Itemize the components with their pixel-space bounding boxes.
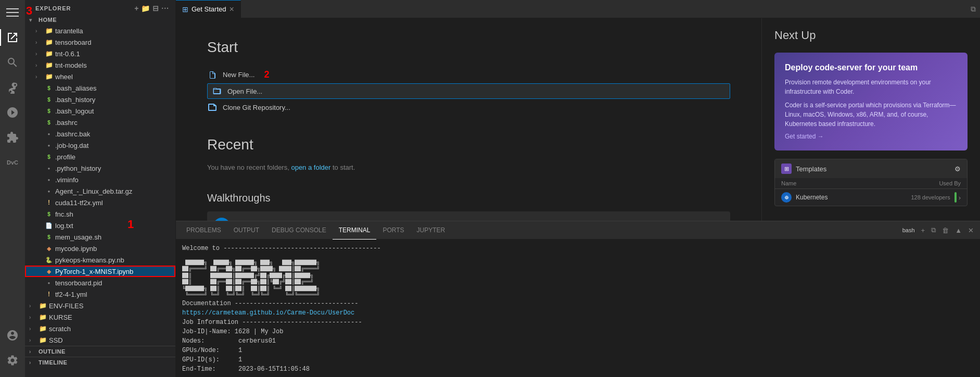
file-bashrc-bak[interactable]: › ● .bashrc.bak <box>25 128 175 140</box>
coder-card-title: Deploy code-server for your team <box>785 63 957 72</box>
file-viminfo[interactable]: › ● .viminfo <box>25 174 175 185</box>
tab-close-button[interactable]: × <box>229 5 234 14</box>
open-file-item[interactable]: Open File... <box>207 83 730 99</box>
file-bash-history[interactable]: › $ .bash_history <box>25 94 175 105</box>
folder-icon: 📁 <box>45 27 53 35</box>
hamburger-menu-icon[interactable] <box>0 0 25 25</box>
svg-rect-1 <box>6 12 19 13</box>
collapse-all-action[interactable]: ⊟ <box>152 4 159 12</box>
search-icon[interactable] <box>0 50 25 75</box>
settings-icon[interactable] <box>0 348 25 373</box>
kill-terminal-icon[interactable]: 🗑 <box>940 225 951 235</box>
tab-jupyter[interactable]: JUPYTER <box>411 221 452 240</box>
file-profile[interactable]: › $ .profile <box>25 151 175 162</box>
svg-rect-2 <box>6 16 19 17</box>
file-agent-tar[interactable]: › ● Agent_-_Linux_deb.tar.gz <box>25 185 175 197</box>
coder-card-link[interactable]: Get started → <box>785 133 957 140</box>
activity-bar-top: DvC <box>0 0 25 323</box>
start-section: Start New File... 2 Open <box>207 39 730 116</box>
file-log-txt[interactable]: › 📄 log.txt <box>25 220 175 231</box>
extensions-icon[interactable] <box>0 125 25 150</box>
terminal-doc-url: https://carmeteam.github.io/Carme-Docu/U… <box>182 308 974 318</box>
sidebar-file-tree: ▾ HOME › 📁 tarantella › 📁 tensorboard › … <box>25 15 175 377</box>
tab-get-started[interactable]: ⊞ Get Started × <box>176 0 241 18</box>
new-folder-action[interactable]: 📁 <box>141 4 150 12</box>
timeline-section[interactable]: › TIMELINE <box>25 357 175 368</box>
tab-output[interactable]: OUTPUT <box>227 221 265 240</box>
template-row-kubernetes[interactable]: ☸ Kubernetes 128 developers › <box>775 189 967 206</box>
terminal-welcome: Welcome to -----------------------------… <box>182 244 974 253</box>
folder-scratch[interactable]: › 📁 scratch <box>25 323 175 334</box>
file-tensorboard[interactable]: › 📁 tensorboard <box>25 36 175 48</box>
walkthroughs-section: Walkthroughs Get Started with VS Code <box>207 192 730 221</box>
file-tf2-yml[interactable]: › ! tf2-4-1.yml <box>25 288 175 300</box>
coder-card-desc1: Provision remote development environment… <box>785 78 957 96</box>
file-ipynb-icon: ◆ <box>45 244 53 253</box>
home-section-header[interactable]: ▾ HOME <box>25 15 175 25</box>
tab-problems[interactable]: PROBLEMS <box>180 221 227 240</box>
file-fnc-sh[interactable]: › $ fnc.sh <box>25 208 175 220</box>
folder-kurse[interactable]: › 📁 KURSE <box>25 311 175 323</box>
tab-terminal[interactable]: TERMINAL <box>333 221 377 240</box>
recent-text: You have no recent folders, open a folde… <box>207 164 730 171</box>
file-cuda-yml[interactable]: › ! cuda11-tf2x.yml <box>25 197 175 208</box>
templates-col-name: Name <box>781 180 939 186</box>
terminal-gpu-ids: GPU-ID(s): 1 <box>182 355 974 365</box>
file-bash-logout[interactable]: › $ .bash_logout <box>25 105 175 117</box>
svg-rect-0 <box>6 8 19 9</box>
file-wheel[interactable]: › 📁 wheel <box>25 71 175 82</box>
file-bash-aliases[interactable]: › $ .bash_aliases <box>25 82 175 94</box>
walkthroughs-title: Walkthroughs <box>207 192 730 204</box>
file-dollar-icon: $ <box>45 95 53 104</box>
file-dot-icon: ● <box>45 187 53 195</box>
timeline-label: TIMELINE <box>39 359 67 366</box>
new-file-action[interactable]: + <box>134 4 139 12</box>
tab-ports[interactable]: PORTS <box>376 221 410 240</box>
file-tnt-models[interactable]: › 📁 tnt-models <box>25 59 175 71</box>
file-dot-icon: ● <box>45 164 53 172</box>
more-actions[interactable]: ··· <box>161 4 169 12</box>
file-python-history[interactable]: › ● .python_history <box>25 162 175 174</box>
run-debug-icon[interactable] <box>0 100 25 125</box>
split-terminal-icon[interactable]: ⧉ <box>929 225 938 235</box>
folder-icon: 📁 <box>45 61 53 69</box>
file-tnt-0.6.1[interactable]: › 📁 tnt-0.6.1 <box>25 48 175 59</box>
kubernetes-icon: ☸ <box>781 192 792 203</box>
sidebar-header: EXPLORER + 📁 ⊟ ··· <box>25 0 175 15</box>
split-editor-icon[interactable]: ⧉ <box>971 5 976 14</box>
terminal-carme-art: ██████╗ █████╗ ██████╗ ███╗ ███╗███████╗… <box>182 253 974 299</box>
file-generic-icon: 📄 <box>45 221 53 230</box>
outline-section[interactable]: › OUTLINE <box>25 346 175 357</box>
new-terminal-icon[interactable]: + <box>919 225 927 235</box>
source-control-icon[interactable] <box>0 75 25 100</box>
maximize-terminal-icon[interactable]: ▲ <box>953 225 964 235</box>
new-file-item[interactable]: New File... 2 <box>207 66 730 83</box>
walkthrough-card[interactable]: Get Started with VS Code <box>207 211 730 221</box>
clone-repo-item[interactable]: Clone Git Repository... <box>207 99 730 116</box>
file-bashrc[interactable]: › $ .bashrc <box>25 117 175 128</box>
file-pytorch-mnist[interactable]: › ◆ PyTorch-1_x-MNIST.ipynb <box>25 266 175 277</box>
tab-debug-console[interactable]: DEBUG CONSOLE <box>265 221 333 240</box>
file-mem-usage[interactable]: › $ mem_usage.sh <box>25 231 175 243</box>
home-section-label: HOME <box>39 17 57 23</box>
dvc-icon[interactable]: DvC <box>0 150 25 175</box>
accounts-icon[interactable] <box>0 323 25 348</box>
open-folder-link[interactable]: open a folder <box>291 164 330 171</box>
terminal-content[interactable]: Welcome to -----------------------------… <box>176 240 980 377</box>
file-job-log-dat[interactable]: › ● .job-log.dat <box>25 140 175 151</box>
templates-table-header: Name Used By <box>775 178 967 189</box>
explorer-icon[interactable] <box>0 25 25 50</box>
file-ipynb-icon: ◆ <box>45 267 53 275</box>
start-section-wrapper: Start New File... 2 Open <box>207 39 730 136</box>
folder-env-files[interactable]: › 📁 ENV-FILES <box>25 300 175 311</box>
terminal-actions: bash + ⧉ 🗑 ▲ ✕ <box>900 225 976 235</box>
templates-col-used-by: Used By <box>939 180 961 186</box>
sidebar-header-actions: + 📁 ⊟ ··· <box>134 4 169 12</box>
folder-ssd[interactable]: › 📁 SSD <box>25 334 175 346</box>
file-mycode-ipynb[interactable]: › ◆ mycode.ipynb <box>25 243 175 254</box>
file-tarantella[interactable]: › 📁 tarantella <box>25 25 175 36</box>
file-pykeops[interactable]: › 🐍 pykeops-kmeans.py.nb <box>25 254 175 266</box>
file-tensorboard-pid[interactable]: › ● tensorboard.pid <box>25 277 175 288</box>
templates-settings-icon[interactable]: ⚙ <box>954 165 961 173</box>
close-terminal-icon[interactable]: ✕ <box>966 225 976 235</box>
